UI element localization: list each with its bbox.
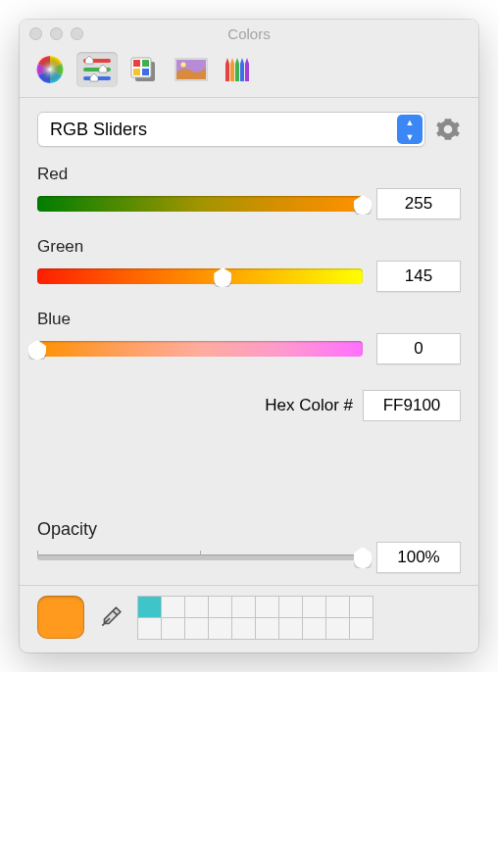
footer bbox=[20, 585, 478, 652]
swatch-cell[interactable] bbox=[208, 617, 232, 640]
svg-point-12 bbox=[181, 62, 186, 67]
red-value-input[interactable]: 255 bbox=[376, 188, 461, 219]
svg-rect-13 bbox=[225, 64, 229, 81]
svg-rect-16 bbox=[240, 64, 244, 81]
swatch-cell[interactable] bbox=[137, 596, 162, 618]
svg-rect-14 bbox=[230, 64, 234, 81]
swatch-cell[interactable] bbox=[278, 617, 303, 640]
current-color-swatch[interactable] bbox=[37, 596, 84, 639]
swatch-cell[interactable] bbox=[184, 596, 209, 618]
swatch-cell[interactable] bbox=[255, 596, 279, 618]
chevron-up-icon: ▲ bbox=[397, 115, 423, 129]
mode-row: RGB Sliders ▲ ▼ bbox=[37, 112, 461, 147]
gear-icon[interactable] bbox=[435, 117, 461, 142]
color-sliders-tab[interactable] bbox=[76, 52, 118, 87]
blue-slider[interactable] bbox=[37, 341, 363, 357]
color-palettes-tab[interactable] bbox=[124, 52, 165, 87]
swatch-cell[interactable] bbox=[255, 617, 279, 640]
pencils-tab[interactable] bbox=[218, 52, 259, 87]
opacity-thumb[interactable] bbox=[354, 547, 372, 568]
red-thumb[interactable] bbox=[354, 195, 372, 215]
palette-icon bbox=[129, 56, 159, 83]
svg-rect-15 bbox=[235, 64, 239, 81]
swatch-cell[interactable] bbox=[161, 617, 185, 640]
red-slider-block: Red 255 bbox=[37, 165, 461, 219]
chevron-down-icon: ▼ bbox=[397, 129, 423, 144]
swatch-cell[interactable] bbox=[349, 596, 374, 618]
window-title: Colors bbox=[20, 25, 478, 42]
opacity-value-input[interactable]: 100% bbox=[376, 542, 461, 573]
titlebar: Colors bbox=[20, 20, 478, 47]
svg-rect-7 bbox=[142, 60, 149, 67]
swatch-cell[interactable] bbox=[325, 617, 350, 640]
swatch-cell[interactable] bbox=[302, 596, 326, 618]
green-slider[interactable] bbox=[37, 268, 363, 284]
svg-point-0 bbox=[36, 56, 64, 83]
colors-window: Colors bbox=[20, 20, 478, 652]
color-wheel-tab[interactable] bbox=[29, 52, 71, 87]
swatch-cell[interactable] bbox=[231, 617, 256, 640]
swatch-cell[interactable] bbox=[278, 596, 303, 618]
select-stepper[interactable]: ▲ ▼ bbox=[397, 115, 423, 144]
swatch-cell[interactable] bbox=[325, 596, 350, 618]
hex-row: Hex Color # FF9100 bbox=[37, 390, 461, 421]
slider-mode-label: RGB Sliders bbox=[50, 120, 147, 140]
color-wheel-icon bbox=[34, 54, 66, 85]
hex-value-input[interactable]: FF9100 bbox=[363, 390, 461, 421]
blue-slider-block: Blue 0 bbox=[37, 310, 461, 364]
svg-rect-9 bbox=[142, 69, 149, 75]
swatch-cell[interactable] bbox=[161, 596, 185, 618]
swatch-cell[interactable] bbox=[349, 617, 374, 640]
green-value-input[interactable]: 145 bbox=[376, 261, 461, 292]
svg-rect-17 bbox=[245, 64, 249, 81]
svg-rect-6 bbox=[133, 60, 140, 67]
slider-mode-select[interactable]: RGB Sliders ▲ ▼ bbox=[37, 112, 425, 147]
hex-label: Hex Color # bbox=[265, 396, 353, 415]
swatch-cell[interactable] bbox=[208, 596, 232, 618]
eyedropper-icon[interactable] bbox=[98, 604, 124, 630]
swatch-cell[interactable] bbox=[137, 617, 162, 640]
opacity-row: 100% bbox=[37, 542, 461, 573]
blue-label: Blue bbox=[37, 310, 461, 329]
blue-value-input[interactable]: 0 bbox=[376, 333, 461, 364]
green-slider-block: Green 145 bbox=[37, 237, 461, 292]
pencils-icon bbox=[224, 56, 253, 83]
swatch-cell[interactable] bbox=[302, 617, 326, 640]
blue-thumb[interactable] bbox=[28, 340, 46, 360]
opacity-slider[interactable] bbox=[37, 555, 363, 560]
red-label: Red bbox=[37, 165, 461, 184]
swatch-cell[interactable] bbox=[184, 617, 209, 640]
sliders-icon bbox=[81, 56, 113, 83]
panel: RGB Sliders ▲ ▼ Red 255 Green bbox=[20, 98, 478, 573]
image-icon bbox=[174, 58, 208, 81]
swatch-grid bbox=[137, 596, 373, 639]
image-palettes-tab[interactable] bbox=[171, 52, 212, 87]
green-label: Green bbox=[37, 237, 461, 257]
green-thumb[interactable] bbox=[214, 267, 231, 287]
opacity-label: Opacity bbox=[37, 519, 461, 540]
svg-rect-8 bbox=[133, 69, 140, 75]
swatch-cell[interactable] bbox=[231, 596, 256, 618]
toolbar bbox=[20, 47, 478, 98]
red-slider[interactable] bbox=[37, 196, 363, 212]
